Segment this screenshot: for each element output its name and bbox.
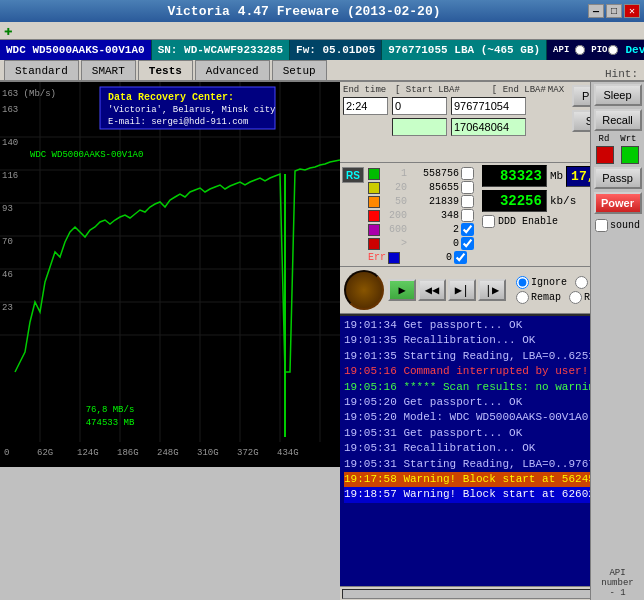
app-title: Victoria 4.47 Freeware (2013-02-20) <box>167 4 440 19</box>
end-lba-input3[interactable] <box>451 118 526 136</box>
api-indicator: API PIO Device 1 <box>547 40 644 60</box>
start-lba-input[interactable] <box>392 97 447 115</box>
svg-rect-0 <box>0 82 340 467</box>
scan-ns-4: 200 <box>382 210 407 221</box>
end-lba-input2[interactable] <box>392 118 447 136</box>
scan-check-3[interactable] <box>461 195 474 208</box>
pio-label: PIO <box>591 45 607 55</box>
mb-unit: Mb <box>550 170 563 182</box>
erase-radio[interactable] <box>575 276 588 289</box>
scan-color-3 <box>368 196 380 208</box>
rd-label: Rd <box>598 134 609 144</box>
scan-count-1: 558756 <box>409 168 459 179</box>
ddd-enable-checkbox[interactable] <box>482 215 495 228</box>
minimize-button[interactable]: — <box>588 4 604 18</box>
scan-color-5 <box>368 224 380 236</box>
rd-indicator <box>596 146 614 164</box>
back-button[interactable]: ◀◀ <box>418 279 446 301</box>
tab-setup[interactable]: Setup <box>272 60 327 80</box>
step-button[interactable]: ▶| <box>448 279 476 301</box>
recall-button[interactable]: Recall <box>594 109 642 131</box>
end-time-label: End time <box>343 85 393 95</box>
device-label: Device 1 <box>626 44 645 56</box>
rs-button[interactable]: RS <box>342 167 364 183</box>
main-content: 163 140 116 93 70 46 23 0 62G 124G 186G … <box>0 82 644 600</box>
hint-label: Hint: <box>605 68 644 80</box>
scan-color-gt <box>368 238 380 250</box>
scan-check-1[interactable] <box>461 167 474 180</box>
play-button[interactable]: ▶ <box>388 279 416 301</box>
passp-button[interactable]: Passp <box>594 167 642 189</box>
kbs-unit: kb/s <box>550 195 576 207</box>
svg-text:248G: 248G <box>157 448 179 458</box>
scan-count-3: 21839 <box>409 196 459 207</box>
svg-text:46: 46 <box>2 270 13 280</box>
infobar: WDC WD5000AAKS-00V1A0 SN: WD-WCAWF923328… <box>0 40 644 60</box>
end-lba-label: [ End LBA# <box>492 85 546 95</box>
scan-color-err <box>388 252 400 264</box>
svg-text:310G: 310G <box>197 448 219 458</box>
scan-color-4 <box>368 210 380 222</box>
svg-text:163 (Mb/s): 163 (Mb/s) <box>2 89 56 99</box>
scan-check-2[interactable] <box>461 181 474 194</box>
scan-ns-5: 600 <box>382 224 407 235</box>
scan-ns-gt: > <box>382 238 407 249</box>
pio-radio[interactable] <box>608 45 618 55</box>
ignore-radio[interactable] <box>516 276 529 289</box>
remap-label: Remap <box>531 292 561 303</box>
scan-check-4[interactable] <box>461 209 474 222</box>
close-button[interactable]: ✕ <box>624 4 640 18</box>
gauge-indicator <box>344 270 384 310</box>
max-label: MAX <box>548 85 564 95</box>
api-radio[interactable] <box>575 45 585 55</box>
scan-check-err[interactable] <box>454 251 467 264</box>
maximize-button[interactable]: □ <box>606 4 622 18</box>
svg-text:62G: 62G <box>37 448 53 458</box>
svg-text:E-mail: sergei@hdd-911.com: E-mail: sergei@hdd-911.com <box>108 117 248 127</box>
last-button[interactable]: |▶ <box>478 279 506 301</box>
remap-radio[interactable] <box>516 291 529 304</box>
scan-count-4: 348 <box>409 210 459 221</box>
scan-check-gt[interactable] <box>461 237 474 250</box>
svg-text:Data Recovery Center:: Data Recovery Center: <box>108 92 234 103</box>
end-time-input[interactable] <box>343 97 388 115</box>
tab-tests[interactable]: Tests <box>138 60 193 80</box>
api-number-label: API number <box>593 568 642 588</box>
wrt-label: Wrt <box>620 134 636 144</box>
svg-text:124G: 124G <box>77 448 99 458</box>
svg-text:'Victoria', Belarus, Minsk cit: 'Victoria', Belarus, Minsk city <box>108 105 276 115</box>
tabbar: Standard SMART Tests Advanced Setup Hint… <box>0 60 644 82</box>
titlebar: Victoria 4.47 Freeware (2013-02-20) — □ … <box>0 0 644 22</box>
menubar: ✚ <box>0 22 644 40</box>
err-label: Err <box>368 252 386 263</box>
lba-info: 976771055 LBA (~465 GB) <box>382 40 547 60</box>
svg-text:116: 116 <box>2 171 18 181</box>
svg-text:163: 163 <box>2 105 18 115</box>
tab-smart[interactable]: SMART <box>81 60 136 80</box>
sound-checkbox[interactable] <box>595 219 608 232</box>
scan-check-5[interactable] <box>461 223 474 236</box>
svg-text:186G: 186G <box>117 448 139 458</box>
restore-radio[interactable] <box>569 291 582 304</box>
scan-color-2 <box>368 182 380 194</box>
svg-text:76,8 MB/s: 76,8 MB/s <box>86 405 135 415</box>
scan-ns-3: 50 <box>382 196 407 207</box>
scan-ns-2: 20 <box>382 182 407 193</box>
end-lba-input[interactable] <box>451 97 526 115</box>
tab-standard[interactable]: Standard <box>4 60 79 80</box>
ddd-enable-label: DDD Enable <box>498 216 558 227</box>
svg-text:23: 23 <box>2 303 13 313</box>
power-button[interactable]: Power <box>594 192 642 214</box>
sound-label: sound <box>610 220 640 231</box>
graph-svg: 163 140 116 93 70 46 23 0 62G 124G 186G … <box>0 82 340 467</box>
ignore-label: Ignore <box>531 277 567 288</box>
playback-controls: ▶ ◀◀ ▶| |▶ <box>388 279 506 301</box>
tab-advanced[interactable]: Advanced <box>195 60 270 80</box>
sleep-button[interactable]: Sleep <box>594 84 642 106</box>
svg-text:434G: 434G <box>277 448 299 458</box>
graph-panel: 163 140 116 93 70 46 23 0 62G 124G 186G … <box>0 82 340 467</box>
window-controls: — □ ✕ <box>588 4 644 18</box>
mb-display: 83323 <box>482 165 547 187</box>
start-lba-label: [ Start LBA# <box>395 85 460 95</box>
svg-text:372G: 372G <box>237 448 259 458</box>
